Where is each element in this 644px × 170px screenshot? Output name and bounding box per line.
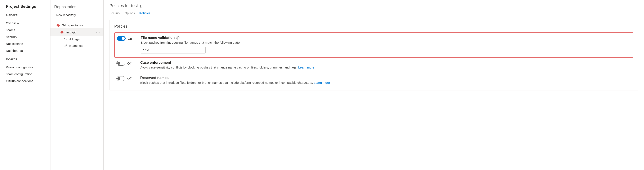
section-title-general: General: [6, 13, 50, 17]
tree-root-git-repositories[interactable]: Git repositories: [50, 22, 104, 28]
section-title-boards: Boards: [6, 57, 50, 61]
nav-notifications[interactable]: Notifications: [6, 40, 50, 47]
repositories-title: Repositories: [50, 1, 104, 12]
tag-icon: [64, 38, 68, 41]
repo-tree: Git repositories test_git ⋯ All tags Bra…: [50, 20, 104, 49]
policy-description: Block pushes that introduce files, folde…: [140, 81, 330, 84]
policy-description: Avoid case-sensitivity conflicts by bloc…: [140, 66, 314, 69]
toggle-state-label: Off: [127, 62, 132, 65]
tab-policies[interactable]: Policies: [140, 11, 150, 15]
nav-security[interactable]: Security: [6, 33, 50, 40]
policy-title: Reserved names: [140, 76, 168, 80]
more-options-icon[interactable]: ⋯: [94, 30, 102, 34]
nav-project-configuration[interactable]: Project configuration: [6, 64, 50, 71]
nav-dashboards[interactable]: Dashboards: [6, 47, 50, 54]
collapse-panel-icon[interactable]: ‹: [100, 1, 101, 4]
branch-icon: [64, 44, 68, 47]
file-name-pattern-input[interactable]: [141, 47, 206, 53]
policy-title: File name validation: [141, 36, 175, 40]
toggle-reserved-names[interactable]: [116, 76, 125, 81]
toggle-state-label: On: [128, 37, 132, 40]
toggle-file-name-validation[interactable]: [117, 36, 126, 41]
nav-overview[interactable]: Overview: [6, 20, 50, 26]
tree-branches[interactable]: Branches: [50, 42, 104, 49]
policies-panel: Policies On File name validation i Block…: [110, 20, 638, 90]
nav-team-configuration[interactable]: Team configuration: [6, 71, 50, 78]
page-title: Policies for test_git: [110, 3, 638, 8]
svg-point-1: [65, 44, 65, 45]
svg-point-3: [66, 45, 67, 45]
policy-file-name-validation: On File name validation i Block pushes f…: [114, 32, 633, 58]
nav-teams[interactable]: Teams: [6, 26, 50, 33]
tabs: Security Options Policies: [110, 11, 638, 15]
learn-more-link[interactable]: Learn more: [298, 66, 314, 69]
policy-reserved-names: Off Reserved names Block pushes that int…: [114, 73, 633, 88]
panel-heading: Policies: [114, 24, 633, 29]
nav-github-connections[interactable]: GitHub connections: [6, 78, 50, 84]
policy-case-enforcement: Off Case enforcement Avoid case-sensitiv…: [114, 58, 633, 73]
policy-description: Block pushes from introducing file names…: [141, 41, 243, 44]
new-repository-link[interactable]: New repository: [52, 12, 101, 20]
main-content: Policies for test_git Security Options P…: [104, 0, 644, 170]
git-icon: [60, 30, 64, 34]
repositories-panel: ‹ Repositories New repository Git reposi…: [50, 0, 104, 170]
tree-branches-label: Branches: [69, 44, 102, 47]
tree-all-tags[interactable]: All tags: [50, 36, 104, 42]
tree-root-label: Git repositories: [62, 23, 102, 27]
git-icon: [56, 24, 60, 27]
svg-point-0: [65, 38, 65, 39]
tab-security[interactable]: Security: [110, 11, 120, 15]
svg-point-2: [65, 46, 65, 47]
sidebar-section-boards: Boards Project configuration Team config…: [6, 57, 50, 84]
sidebar-title: Project Settings: [6, 4, 50, 9]
policy-title: Case enforcement: [140, 61, 171, 65]
tree-repo-label: test_git: [66, 30, 94, 34]
tree-repo-test-git[interactable]: test_git ⋯: [50, 28, 104, 36]
info-icon[interactable]: i: [176, 36, 180, 39]
toggle-state-label: Off: [127, 77, 132, 81]
learn-more-link[interactable]: Learn more: [314, 81, 330, 84]
tree-all-tags-label: All tags: [69, 37, 102, 41]
tab-options[interactable]: Options: [125, 11, 135, 15]
project-settings-sidebar: Project Settings General Overview Teams …: [0, 0, 50, 170]
toggle-case-enforcement[interactable]: [116, 61, 125, 66]
sidebar-section-general: General Overview Teams Security Notifica…: [6, 13, 50, 54]
